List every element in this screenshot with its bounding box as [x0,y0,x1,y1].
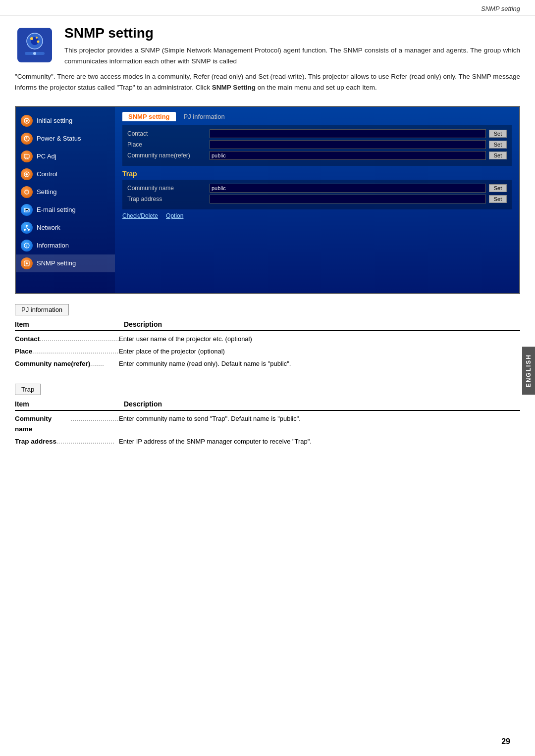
svg-text:i: i [26,244,27,249]
pj-desc-header: Description [124,320,520,328]
svg-point-4 [36,37,38,39]
community-refer-set-button[interactable]: Set [489,151,507,159]
trap-address-label: Trap address [127,196,207,202]
trap-section: Community name Set Trap address Set [122,180,512,209]
nav-label-snmp: SNMP setting [37,259,76,267]
nav-icon-power [21,133,33,145]
body-text: "Community". There are two access modes … [0,71,535,101]
community-refer-label: Community name(refer) [127,152,207,159]
trap-item-header: Item [15,400,124,408]
trap-item-trap-address: Trap address ...........................… [15,437,119,447]
svg-point-13 [26,173,28,175]
trap-address-set-button[interactable]: Set [489,195,507,203]
pj-info-tab-label: PJ information [15,304,69,315]
place-row: Place Set [127,140,507,149]
trap-address-input[interactable] [210,195,486,203]
english-tab: ENGLISH [522,347,535,395]
pj-item-contact: Contact ................................… [15,334,119,344]
svg-point-21 [26,262,28,264]
links-section: Check/Delete Option [122,212,512,219]
pj-desc-community-refer: Enter community name (read only). Defaul… [119,359,520,369]
place-set-button[interactable]: Set [489,141,507,149]
nav-label-pcadj: PC Adj [37,152,56,160]
pj-item-community-refer: Community name(refer) ....... [15,359,119,369]
nav-item-network[interactable]: Network [16,219,115,237]
nav-label-setting: Setting [37,188,56,196]
community-name-input[interactable] [210,184,486,193]
check-delete-link[interactable]: Check/Delete [122,212,158,219]
pj-desc-place: Enter place of the projector (optional) [119,347,520,356]
svg-point-3 [30,37,33,40]
nav-label-control: Control [37,170,57,178]
trap-desc-header: Description [124,400,520,408]
nav-icon-control [21,168,33,180]
nav-item-pc-adj[interactable]: PC Adj [16,148,115,165]
nav-icon-information: i [21,240,33,252]
pj-row-community-refer: Community name(refer) ....... Enter comm… [15,359,520,369]
nav-item-setting[interactable]: Setting [16,183,115,201]
contact-set-button[interactable]: Set [489,130,507,138]
pj-info-table: PJ information Item Description Contact … [15,304,520,369]
trap-table: Trap Item Description Community name ...… [15,384,520,447]
community-name-label: Community name [127,185,207,192]
trap-row-trap-address: Trap address ...........................… [15,437,520,447]
nav-item-information[interactable]: i Information [16,237,115,254]
trap-address-row: Trap address Set [127,195,507,203]
community-refer-input[interactable] [210,151,486,160]
header-content: SNMP setting This projector provides a S… [64,25,520,66]
community-refer-row: Community name(refer) Set [127,151,507,160]
nav-item-snmp[interactable]: SNMP setting [16,254,115,272]
pj-info-section: Contact Set Place Set Community name(ref… [122,125,512,166]
nav-icon-network [21,222,33,234]
pj-row-contact: Contact ................................… [15,334,520,344]
nav-item-initial-setting[interactable]: Initial setting [16,112,115,130]
contact-label: Contact [127,130,207,137]
trap-table-header: Item Description [15,400,520,411]
pj-row-place: Place ..................................… [15,347,520,356]
trap-desc-trap-address: Enter IP address of the SNMP manager com… [119,437,520,447]
screenshot-main: SNMP setting PJ information Contact Set … [115,107,519,293]
svg-point-15 [26,225,28,227]
snmp-setting-label: SNMP setting [481,5,520,12]
pj-item-header: Item [15,320,124,328]
community-name-row: Community name Set [127,184,507,193]
pj-item-place: Place ..................................… [15,347,119,356]
nav-icon-initial [21,115,33,127]
svg-rect-11 [24,154,29,158]
svg-point-9 [26,120,28,122]
nav-icon-setting [21,186,33,198]
contact-row: Contact Set [127,129,507,138]
pj-table-header: Item Description [15,320,520,331]
place-label: Place [127,141,207,148]
top-section-label: SNMP setting [0,0,535,15]
trap-row-community-name: Community name ........................ … [15,414,520,434]
nav-icon-pcadj [21,151,33,162]
tab-pj-info[interactable]: PJ information [178,112,231,121]
screenshot-container: Initial setting Power & Status PC Adj Co… [15,106,520,294]
nav-item-power-status[interactable]: Power & Status [16,130,115,148]
option-link[interactable]: Option [166,212,183,219]
svg-point-7 [33,52,36,55]
header-description: This projector provides a SNMP (Simple N… [64,45,520,66]
trap-section-title: Trap [122,170,512,178]
nav-item-email[interactable]: E-mail setting [16,201,115,219]
trap-tab-label: Trap [15,384,41,395]
community-name-set-button[interactable]: Set [489,184,507,192]
sidebar-nav: Initial setting Power & Status PC Adj Co… [16,107,115,293]
svg-point-5 [37,41,40,43]
header-section: SNMP setting This projector provides a S… [0,15,535,71]
page-number: 29 [501,737,510,746]
nav-label-initial: Initial setting [37,117,72,124]
page-title: SNMP setting [64,25,520,41]
nav-label-email: E-mail setting [37,206,76,213]
nav-icon-snmp [21,257,33,269]
contact-input[interactable] [210,129,486,138]
tab-snmp-setting[interactable]: SNMP setting [122,112,176,121]
pj-desc-contact: Enter user name of the projector etc. (o… [119,334,520,344]
snmp-icon [15,25,54,65]
place-input[interactable] [210,140,486,149]
nav-label-information: Information [37,242,69,249]
trap-item-community-name: Community name ........................ [15,414,119,434]
screenshot-tabs: SNMP setting PJ information [122,112,512,121]
nav-item-control[interactable]: Control [16,165,115,183]
